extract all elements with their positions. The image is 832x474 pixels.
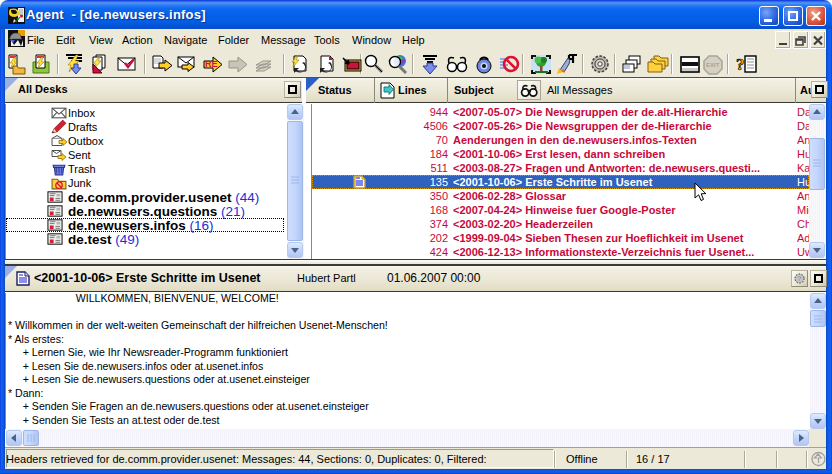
svg-text:?: ? [797,274,801,283]
svg-text:?: ? [736,55,745,74]
svg-text:RE: RE [205,59,218,69]
svg-text:EXIT: EXIT [706,62,720,68]
